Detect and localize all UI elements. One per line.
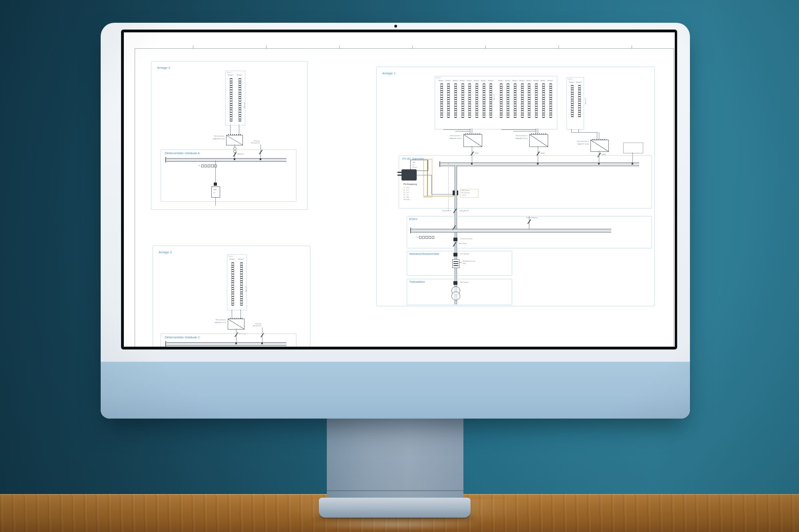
photo-vignette bbox=[0, 0, 799, 532]
scene: Anlage 2 Dach 1 Strang 1Strang 2 2x6 mm²… bbox=[0, 0, 799, 532]
